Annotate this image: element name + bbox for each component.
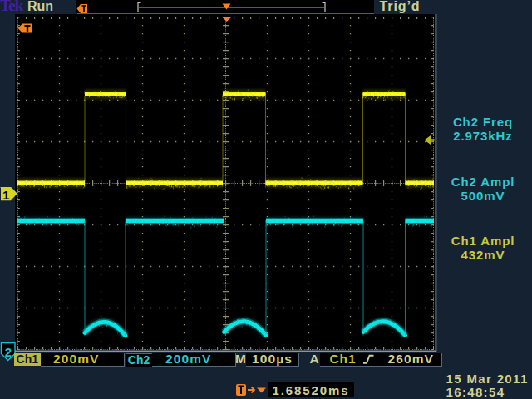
- svg-text:2: 2: [5, 345, 12, 359]
- svg-text:1: 1: [2, 188, 10, 202]
